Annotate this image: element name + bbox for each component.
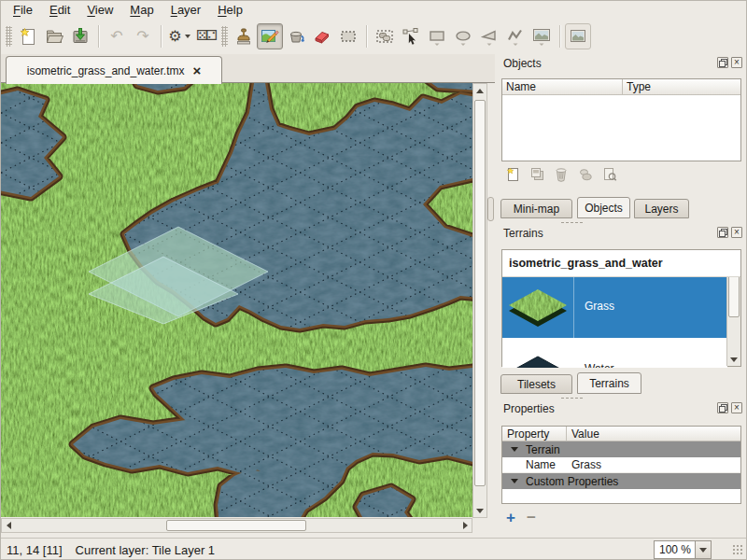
execute-commands-button[interactable]: ⚙ [166, 23, 192, 49]
tab-terrains[interactable]: Terrains [577, 372, 641, 394]
move-objects-icon[interactable] [575, 164, 595, 184]
terrains-panel: isometric_grass_and_water Grass Water [501, 249, 741, 367]
dock-resize-handle[interactable] [560, 221, 585, 224]
dock-resize-handle[interactable] [560, 397, 585, 399]
close-panel-icon[interactable]: × [731, 227, 742, 238]
property-row-name[interactable]: Name Grass [502, 457, 740, 473]
menu-layer[interactable]: Layer [162, 2, 210, 18]
gears-icon: ⚙ [168, 29, 181, 44]
insert-polygon-icon [479, 26, 500, 47]
zoom-combobox[interactable]: 100 % [654, 540, 712, 559]
stamp-brush-button[interactable] [231, 23, 257, 49]
toolbar-drag-handle[interactable] [6, 26, 12, 47]
bucket-icon [286, 26, 306, 47]
dropdown-caret-icon [185, 35, 190, 38]
dock-splitter[interactable] [487, 83, 495, 533]
terrain-item-label: Water [585, 362, 614, 368]
horizontal-scroll-thumb[interactable] [166, 520, 306, 531]
menu-help[interactable]: Help [209, 2, 251, 18]
bucket-fill-button[interactable] [283, 23, 309, 49]
document-tab-title: isometric_grass_and_water.tmx [27, 64, 185, 77]
property-group-label: Custom Properties [526, 475, 618, 488]
tab-close-icon[interactable]: × [192, 63, 201, 77]
add-property-button[interactable]: + [506, 510, 515, 525]
column-header-name: Name [502, 79, 623, 94]
property-value[interactable]: Grass [567, 458, 740, 471]
terrain-item-water[interactable]: Water [502, 338, 727, 368]
map-canvas[interactable] [1, 83, 472, 517]
add-object-icon[interactable] [502, 164, 522, 184]
remove-property-button[interactable]: − [527, 510, 536, 525]
scroll-right-arrow[interactable] [458, 519, 472, 532]
random-mode-button[interactable]: ⚄⚁ [192, 23, 218, 49]
objects-table-header: Name Type [502, 79, 740, 95]
insert-image-button[interactable] [565, 23, 591, 49]
insert-polyline-button[interactable] [502, 23, 529, 49]
insert-tile-button[interactable] [529, 23, 555, 49]
collapse-triangle-icon [511, 447, 518, 452]
scroll-up-arrow[interactable] [473, 84, 486, 97]
remove-object-icon[interactable] [551, 164, 571, 184]
edit-polygons-button[interactable] [398, 23, 424, 49]
tab-objects[interactable]: Objects [577, 197, 630, 218]
tab-mini-map[interactable]: Mini-map [500, 199, 572, 218]
scroll-down-arrow[interactable] [473, 504, 486, 517]
new-map-button[interactable] [15, 23, 41, 49]
float-panel-icon[interactable] [717, 402, 728, 413]
rectangular-select-button[interactable] [335, 23, 361, 49]
item-divider [573, 277, 574, 338]
splitter-grip[interactable] [487, 197, 494, 221]
float-panel-icon[interactable] [717, 57, 728, 68]
canvas-vertical-scrollbar[interactable] [472, 83, 487, 518]
object-properties-icon[interactable] [599, 164, 619, 184]
collapse-triangle-icon [511, 479, 518, 483]
objects-panel-title: Objects [503, 57, 542, 70]
select-objects-button[interactable] [372, 23, 398, 49]
dock-panel: Objects × Name Type [495, 52, 747, 538]
scroll-down-arrow[interactable] [727, 353, 740, 366]
menu-view[interactable]: View [78, 2, 121, 18]
undo-button[interactable]: ↶ [104, 23, 130, 49]
document-tab-bar: isometric_grass_and_water.tmx × [1, 54, 495, 83]
toolbar-drag-handle[interactable] [221, 26, 228, 47]
toolbar-separator [366, 25, 367, 48]
save-file-button[interactable] [67, 23, 93, 49]
close-panel-icon[interactable]: × [731, 57, 742, 68]
property-group-terrain[interactable]: Terrain [502, 441, 740, 457]
water-tile-thumbnail [507, 345, 569, 368]
menu-bar: File Edit View Map Layer Help [1, 1, 746, 19]
stamp-icon [233, 26, 254, 47]
duplicate-object-icon[interactable] [527, 164, 546, 184]
menu-edit[interactable]: Edit [41, 2, 78, 18]
canvas-horizontal-scrollbar[interactable] [1, 518, 472, 533]
insert-ellipse-button[interactable] [450, 23, 476, 49]
terrains-panel-title: Terrains [503, 227, 543, 240]
insert-rectangle-button[interactable] [424, 23, 450, 49]
terrains-panel-buttons: × [717, 227, 742, 238]
tab-tilesets[interactable]: Tilesets [500, 374, 572, 394]
current-layer-label: Current layer: Tile Layer 1 [76, 543, 216, 557]
open-file-button[interactable] [41, 23, 67, 49]
property-group-custom[interactable]: Custom Properties [502, 473, 740, 489]
objects-table-body[interactable] [502, 95, 740, 161]
menu-file[interactable]: File [5, 2, 41, 18]
eraser-button[interactable] [309, 23, 335, 49]
close-panel-icon[interactable]: × [731, 402, 742, 413]
edit-polygons-icon [401, 26, 421, 47]
window-resize-grip[interactable] [732, 544, 744, 556]
vertical-scroll-thumb[interactable] [474, 100, 486, 486]
document-tab[interactable]: isometric_grass_and_water.tmx × [6, 56, 222, 84]
zoom-dropdown-button[interactable] [695, 541, 711, 558]
insert-polygon-button[interactable] [476, 23, 502, 49]
redo-button[interactable]: ↷ [130, 23, 156, 49]
column-header-type: Type [623, 79, 740, 94]
column-header-value: Value [567, 427, 740, 441]
float-panel-icon[interactable] [717, 227, 728, 238]
tiled-window: File Edit View Map Layer Help [0, 0, 747, 560]
scroll-left-arrow[interactable] [2, 519, 15, 532]
terrain-brush-button[interactable] [257, 23, 283, 49]
dice-icon: ⚄⚁ [196, 29, 215, 43]
menu-map[interactable]: Map [121, 2, 162, 18]
terrain-item-grass[interactable]: Grass [502, 277, 727, 338]
tab-layers[interactable]: Layers [634, 199, 689, 218]
